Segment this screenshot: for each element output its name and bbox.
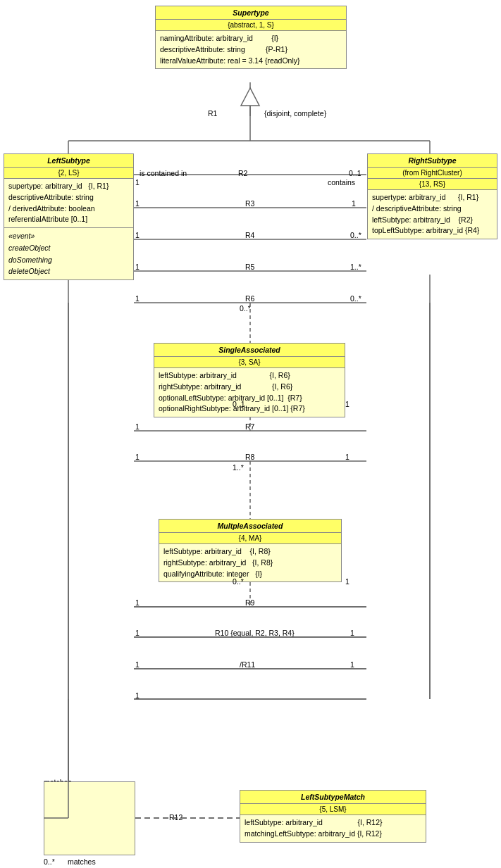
sa-attr-3: optionalLeftSubtype: arbitrary_id [0..1]…: [159, 393, 340, 404]
leftsubtype-class: LeftSubtype {2, LS} supertype: arbitrary…: [4, 153, 134, 280]
r6-assoc-indicator: 0..*: [240, 304, 251, 313]
supertype-body: namingAttribute: arbitrary_id {I} descri…: [156, 31, 346, 68]
rightsubtype-class: RightSubtype (from RightCluster) {13, RS…: [367, 153, 497, 239]
ma-attr-3: qualifyingAttribute: integer {I}: [163, 569, 337, 580]
r3-multiplicity-left: 1: [135, 199, 140, 208]
r5-multiplicity-right: 1..*: [350, 263, 361, 271]
r7-mult-left: 1: [135, 422, 140, 431]
r10-label: R10 {equal, R2, R3, R4}: [215, 629, 295, 637]
singleassociated-name: SingleAssociated: [218, 346, 280, 354]
leftsubtypematch-class: LeftSubtypeMatch {5, LSM} leftSubtype: a…: [240, 790, 426, 843]
r2-is-contained-label: is contained in: [140, 169, 187, 177]
r12-label: R12: [169, 813, 183, 822]
r9-mult-right: 1: [345, 577, 350, 586]
small-box: [44, 781, 135, 855]
r3-label: R3: [245, 199, 254, 208]
singleassociated-class: SingleAssociated {3, SA} leftSubtype: ar…: [154, 343, 345, 417]
leftsubtype-event-2: doSomething: [8, 254, 129, 266]
leftsubtype-event-label: «event»: [8, 230, 129, 242]
r11-mult-right: 1: [350, 660, 354, 669]
r10-mult-right: 1: [350, 629, 354, 637]
supertype-name: Supertype: [233, 8, 268, 17]
supertype-attr-1: namingAttribute: arbitrary_id {I}: [160, 33, 342, 44]
supertype-attr-2: descriptiveAttribute: string {P-R1}: [160, 44, 342, 56]
leftsubtype-body: supertype: arbitrary_id {I, R1} descript…: [4, 179, 133, 227]
singleassociated-stereotype: {3, SA}: [154, 357, 345, 368]
multipleassociated-name: MultpleAssociated: [218, 522, 283, 530]
r9-label: R9: [245, 598, 254, 607]
leftsubtype-events: «event» createObject doSomething deleteO…: [4, 227, 133, 279]
leftsubtype-event-3: deleteObject: [8, 265, 129, 277]
rightsubtype-name: RightSubtype: [408, 156, 456, 165]
rightsubtype-header: RightSubtype: [368, 154, 497, 168]
sa-attr-2: rightSubtype: arbitrary_id {I, R6}: [159, 382, 340, 393]
rightsubtype-attr-4: topLeftSubtype: arbitrary_id {R4}: [372, 225, 493, 237]
r6-label: R6: [245, 294, 254, 303]
disjoint-complete-label: {disjoint, complete}: [264, 109, 326, 118]
supertype-class: Supertype {abstract, 1, S} namingAttribu…: [155, 6, 347, 69]
r6-multiplicity-right: 0..*: [350, 294, 361, 303]
r10-mult-left: 1: [135, 629, 140, 637]
r11-label: /R11: [240, 660, 255, 669]
multipleassociated-header: MultpleAssociated: [159, 520, 341, 533]
leftsubtype-attr-1: supertype: arbitrary_id {I, R1}: [8, 181, 129, 192]
rightsubtype-note: (from RightCluster): [368, 168, 497, 179]
leftsubtype-header: LeftSubtype: [4, 154, 133, 168]
connectors-svg: [0, 0, 501, 868]
r1-label: R1: [208, 109, 217, 118]
r2-multiplicity-left: 1: [135, 178, 140, 187]
multipleassociated-class: MultpleAssociated {4, MA} leftSubtype: a…: [159, 519, 342, 582]
r2-multiplicity-right: 0..1: [349, 169, 361, 177]
r8-assoc-indicator: 1..*: [233, 463, 244, 472]
multipleassociated-stereotype: {4, MA}: [159, 533, 341, 544]
r7-mult-right-top: 1: [345, 400, 350, 408]
supertype-attr-3: literalValueAttribute: real = 3.14 {read…: [160, 56, 342, 67]
r4-multiplicity-right: 0..*: [350, 231, 361, 239]
supertype-header: Supertype: [156, 6, 346, 20]
r2-contains-label: contains: [328, 178, 355, 187]
leftsubtype-name: LeftSubtype: [47, 156, 90, 165]
leftsubtype-attr-3: / derivedAttribute: boolean: [8, 203, 129, 215]
r8-mult-left: 1: [135, 453, 140, 461]
r9-mult-left: 1: [135, 598, 140, 607]
r5-label: R5: [245, 263, 254, 271]
r11-mult-left: 1: [135, 660, 140, 669]
r8-label: R8: [245, 453, 254, 461]
lsm-attr-1: leftSubtype: arbitrary_id {I, R12}: [245, 817, 421, 829]
leftsubtypematch-body: leftSubtype: arbitrary_id {I, R12} match…: [240, 815, 426, 842]
bottom-connectors: [0, 0, 501, 868]
r8-mult-right: 1: [345, 453, 350, 461]
r7-label: R7: [245, 422, 254, 431]
ma-attr-2: rightSubtype: arbitrary_id {I, R8}: [163, 558, 337, 569]
supertype-stereotype: {abstract, 1, S}: [156, 20, 346, 31]
r4-multiplicity-left: 1: [135, 231, 140, 239]
leftsubtype-attr-4: referentialAttribute [0..1]: [8, 214, 129, 225]
lsm-attr-2: matchingLeftSubtype: arbitrary_id {I, R1…: [245, 829, 421, 840]
rightsubtype-attr-3: leftSubtype: arbitrary_id {R2}: [372, 215, 493, 226]
diagram-container: Supertype {abstract, 1, S} namingAttribu…: [0, 0, 501, 868]
multipleassociated-body: leftSubtype: arbitrary_id {I, R8} rightS…: [159, 544, 341, 581]
singleassociated-header: SingleAssociated: [154, 344, 345, 357]
r3-multiplicity-right: 1: [352, 199, 356, 208]
sa-attr-1: leftSubtype: arbitrary_id {I, R6}: [159, 370, 340, 382]
r5-multiplicity-left: 1: [135, 263, 140, 271]
leftsubtype-event-1: createObject: [8, 242, 129, 254]
r6-multiplicity-left: 1: [135, 294, 140, 303]
leftsubtype-attr-2: descriptiveAttribute: string: [8, 192, 129, 203]
ma-attr-1: leftSubtype: arbitrary_id {I, R8}: [163, 546, 337, 558]
leftsubtypematch-name: LeftSubtypeMatch: [301, 793, 365, 801]
r7-assoc-bottom: 0..1: [233, 400, 245, 408]
r2-label: R2: [238, 169, 247, 177]
r4-label: R4: [245, 231, 254, 239]
r9-assoc-bottom: 0..*: [233, 577, 244, 586]
singleassociated-body: leftSubtype: arbitrary_id {I, R6} rightS…: [154, 368, 345, 417]
bottom-mult-left: 1: [135, 691, 140, 700]
leftsubtypematch-header: LeftSubtypeMatch: [240, 791, 426, 804]
rightsubtype-attr-1: supertype: arbitrary_id {I, R1}: [372, 192, 493, 203]
matches-label-bottom: matches: [68, 857, 96, 866]
sa-attr-4: optionalRightSubtype: arbitrary_id [0..1…: [159, 403, 340, 415]
leftsubtype-stereotype: {2, LS}: [4, 168, 133, 179]
svg-marker-1: [241, 88, 259, 106]
rightsubtype-body: supertype: arbitrary_id {I, R1} / descri…: [368, 190, 497, 239]
small-box-mult-left: 0..*: [44, 857, 55, 866]
